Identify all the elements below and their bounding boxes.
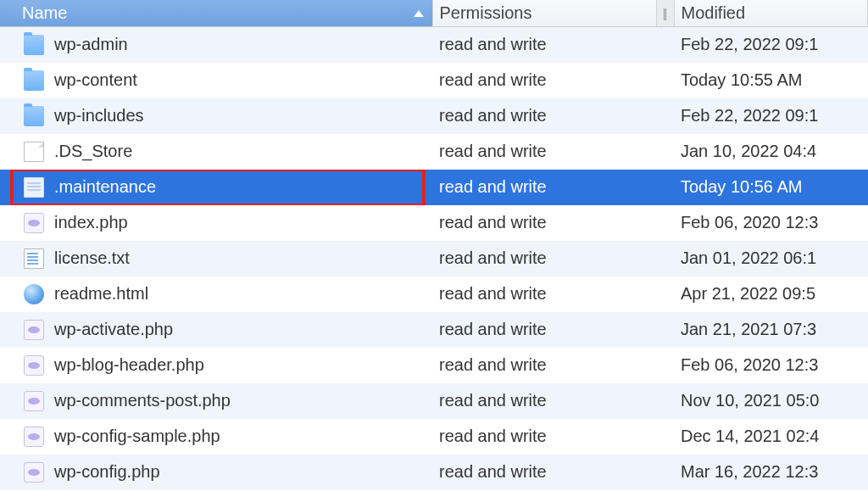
modified-cell: Today 10:55 AM (674, 63, 868, 98)
file-name-cell[interactable]: .maintenance (0, 170, 432, 205)
permissions-cell: read and write (432, 63, 656, 98)
file-row[interactable]: wp-adminread and writeFeb 22, 2022 09:1 (0, 27, 868, 63)
modified-cell: Feb 22, 2022 09:1 (674, 98, 868, 134)
permissions-cell: read and write (432, 27, 656, 63)
column-drag-handle-icon[interactable] (664, 8, 667, 20)
modified-cell: Feb 06, 2020 12:3 (674, 348, 868, 383)
file-name-label: .maintenance (54, 177, 156, 196)
separator-cell (656, 27, 674, 63)
php-file-icon (24, 355, 44, 376)
file-name-cell[interactable]: wp-config-sample.php (0, 419, 432, 455)
file-row[interactable]: .maintenanceread and writeToday 10:56 AM (0, 170, 868, 205)
separator-cell (656, 63, 674, 98)
file-row[interactable]: wp-config-sample.phpread and writeDec 14… (0, 419, 868, 455)
file-name-label: wp-blog-header.php (54, 355, 204, 374)
modified-cell: Mar 16, 2022 12:3 (674, 455, 868, 490)
separator-cell (656, 241, 674, 276)
folder-icon (24, 70, 44, 91)
file-name-label: wp-config-sample.php (54, 427, 220, 445)
modified-cell: Jan 01, 2022 06:1 (674, 241, 868, 276)
php-file-icon (24, 462, 44, 483)
file-row[interactable]: readme.htmlread and writeApr 21, 2022 09… (0, 276, 868, 312)
separator-cell (656, 383, 674, 419)
file-row[interactable]: wp-blog-header.phpread and writeFeb 06, … (0, 348, 868, 383)
column-header-permissions-label: Permissions (440, 3, 532, 22)
file-name-cell[interactable]: .DS_Store (0, 134, 432, 170)
file-name-cell[interactable]: wp-comments-post.php (0, 383, 432, 419)
file-row[interactable]: wp-contentread and writeToday 10:55 AM (0, 63, 868, 98)
column-header-row: Name Permissions Modified (0, 0, 868, 27)
permissions-cell: read and write (432, 383, 656, 419)
file-name-label: .DS_Store (54, 142, 132, 160)
html-file-icon (24, 284, 44, 304)
file-name-cell[interactable]: readme.html (0, 276, 432, 312)
folder-icon (24, 35, 44, 55)
file-name-label: wp-includes (54, 106, 144, 125)
file-icon (24, 142, 44, 162)
modified-cell: Jan 10, 2022 04:4 (674, 134, 868, 170)
separator-cell (656, 170, 674, 205)
php-file-icon (24, 320, 44, 340)
file-name-cell[interactable]: wp-activate.php (0, 312, 432, 348)
text-file-icon (24, 248, 44, 269)
modified-cell: Nov 10, 2021 05:0 (674, 383, 868, 419)
separator-cell (656, 312, 674, 348)
folder-icon (24, 106, 44, 126)
php-file-icon (24, 213, 44, 233)
file-row[interactable]: .DS_Storeread and writeJan 10, 2022 04:4 (0, 134, 868, 170)
file-name-label: index.php (54, 213, 128, 232)
file-name-cell[interactable]: wp-includes (0, 98, 432, 134)
file-name-label: readme.html (54, 284, 148, 303)
php-file-icon (24, 427, 44, 447)
php-file-icon (24, 391, 44, 411)
column-header-modified[interactable]: Modified (674, 0, 868, 27)
file-name-cell[interactable]: license.txt (0, 241, 432, 276)
document-icon (24, 177, 44, 198)
separator-cell (656, 276, 674, 312)
file-row[interactable]: wp-includesread and writeFeb 22, 2022 09… (0, 98, 868, 134)
permissions-cell: read and write (432, 276, 656, 312)
permissions-cell: read and write (432, 455, 656, 490)
file-row[interactable]: wp-comments-post.phpread and writeNov 10… (0, 383, 868, 419)
separator-cell (656, 455, 674, 490)
file-name-cell[interactable]: wp-config.php (0, 455, 432, 490)
file-name-cell[interactable]: wp-admin (0, 27, 432, 63)
permissions-cell: read and write (432, 205, 656, 241)
file-name-cell[interactable]: index.php (0, 205, 432, 241)
separator-cell (656, 205, 674, 241)
permissions-cell: read and write (432, 98, 656, 134)
file-name-label: wp-activate.php (54, 320, 173, 338)
file-name-cell[interactable]: wp-content (0, 63, 432, 98)
column-header-permissions[interactable]: Permissions (432, 0, 656, 27)
file-list-table: Name Permissions Modified wp-adminread a… (0, 0, 868, 490)
modified-cell: Apr 21, 2022 09:5 (674, 276, 868, 312)
file-row[interactable]: wp-config.phpread and writeMar 16, 2022 … (0, 455, 868, 490)
permissions-cell: read and write (432, 241, 656, 276)
file-name-label: license.txt (54, 248, 130, 267)
column-header-modified-label: Modified (682, 3, 746, 22)
permissions-cell: read and write (432, 419, 656, 455)
permissions-cell: read and write (432, 348, 656, 383)
file-row[interactable]: license.txtread and writeJan 01, 2022 06… (0, 241, 868, 276)
file-row[interactable]: index.phpread and writeFeb 06, 2020 12:3 (0, 205, 868, 241)
column-header-name[interactable]: Name (0, 0, 432, 27)
file-name-label: wp-content (54, 70, 137, 89)
separator-cell (656, 134, 674, 170)
file-name-label: wp-admin (54, 36, 128, 54)
modified-cell: Today 10:56 AM (674, 170, 868, 205)
file-name-label: wp-comments-post.php (54, 391, 231, 410)
permissions-cell: read and write (432, 134, 656, 170)
column-separator[interactable] (656, 0, 674, 27)
separator-cell (656, 419, 674, 455)
column-header-name-label: Name (22, 3, 67, 22)
file-row[interactable]: wp-activate.phpread and writeJan 21, 202… (0, 312, 868, 348)
modified-cell: Feb 22, 2022 09:1 (674, 27, 868, 63)
file-name-cell[interactable]: wp-blog-header.php (0, 348, 432, 383)
file-name-label: wp-config.php (54, 462, 160, 481)
separator-cell (656, 348, 674, 383)
modified-cell: Dec 14, 2021 02:4 (674, 419, 868, 455)
permissions-cell: read and write (432, 170, 656, 205)
permissions-cell: read and write (432, 312, 656, 348)
modified-cell: Jan 21, 2021 07:3 (674, 312, 868, 348)
separator-cell (656, 98, 674, 134)
